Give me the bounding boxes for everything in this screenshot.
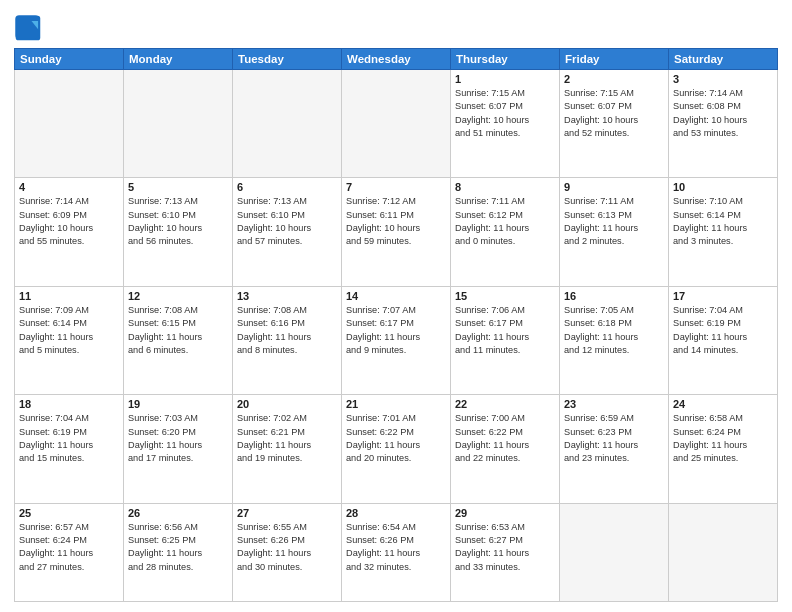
day-number: 2 [564, 73, 664, 85]
calendar-cell: 28Sunrise: 6:54 AM Sunset: 6:26 PM Dayli… [342, 503, 451, 601]
day-info: Sunrise: 7:09 AM Sunset: 6:14 PM Dayligh… [19, 304, 119, 357]
day-info: Sunrise: 7:05 AM Sunset: 6:18 PM Dayligh… [564, 304, 664, 357]
day-info: Sunrise: 6:55 AM Sunset: 6:26 PM Dayligh… [237, 521, 337, 574]
calendar-cell: 25Sunrise: 6:57 AM Sunset: 6:24 PM Dayli… [15, 503, 124, 601]
calendar-cell: 16Sunrise: 7:05 AM Sunset: 6:18 PM Dayli… [560, 286, 669, 394]
calendar-cell [233, 70, 342, 178]
calendar-header: SundayMondayTuesdayWednesdayThursdayFrid… [15, 49, 778, 70]
day-number: 1 [455, 73, 555, 85]
day-info: Sunrise: 7:01 AM Sunset: 6:22 PM Dayligh… [346, 412, 446, 465]
day-number: 8 [455, 181, 555, 193]
day-info: Sunrise: 7:06 AM Sunset: 6:17 PM Dayligh… [455, 304, 555, 357]
day-info: Sunrise: 7:03 AM Sunset: 6:20 PM Dayligh… [128, 412, 228, 465]
day-info: Sunrise: 7:11 AM Sunset: 6:12 PM Dayligh… [455, 195, 555, 248]
day-info: Sunrise: 7:04 AM Sunset: 6:19 PM Dayligh… [19, 412, 119, 465]
calendar-cell [124, 70, 233, 178]
logo-icon [14, 14, 42, 42]
calendar: SundayMondayTuesdayWednesdayThursdayFrid… [14, 48, 778, 602]
calendar-cell: 29Sunrise: 6:53 AM Sunset: 6:27 PM Dayli… [451, 503, 560, 601]
calendar-cell [342, 70, 451, 178]
day-number: 17 [673, 290, 773, 302]
week-row-4: 18Sunrise: 7:04 AM Sunset: 6:19 PM Dayli… [15, 395, 778, 503]
calendar-cell: 18Sunrise: 7:04 AM Sunset: 6:19 PM Dayli… [15, 395, 124, 503]
day-info: Sunrise: 6:53 AM Sunset: 6:27 PM Dayligh… [455, 521, 555, 574]
logo [14, 14, 46, 42]
calendar-cell: 14Sunrise: 7:07 AM Sunset: 6:17 PM Dayli… [342, 286, 451, 394]
day-info: Sunrise: 6:54 AM Sunset: 6:26 PM Dayligh… [346, 521, 446, 574]
day-info: Sunrise: 7:13 AM Sunset: 6:10 PM Dayligh… [128, 195, 228, 248]
day-number: 23 [564, 398, 664, 410]
calendar-cell [669, 503, 778, 601]
week-row-5: 25Sunrise: 6:57 AM Sunset: 6:24 PM Dayli… [15, 503, 778, 601]
day-info: Sunrise: 7:13 AM Sunset: 6:10 PM Dayligh… [237, 195, 337, 248]
day-number: 22 [455, 398, 555, 410]
calendar-cell [15, 70, 124, 178]
day-info: Sunrise: 7:08 AM Sunset: 6:16 PM Dayligh… [237, 304, 337, 357]
day-info: Sunrise: 6:56 AM Sunset: 6:25 PM Dayligh… [128, 521, 228, 574]
day-number: 29 [455, 507, 555, 519]
calendar-cell: 27Sunrise: 6:55 AM Sunset: 6:26 PM Dayli… [233, 503, 342, 601]
day-info: Sunrise: 7:11 AM Sunset: 6:13 PM Dayligh… [564, 195, 664, 248]
calendar-cell: 13Sunrise: 7:08 AM Sunset: 6:16 PM Dayli… [233, 286, 342, 394]
day-number: 12 [128, 290, 228, 302]
day-number: 24 [673, 398, 773, 410]
weekday-header-thursday: Thursday [451, 49, 560, 70]
calendar-cell: 12Sunrise: 7:08 AM Sunset: 6:15 PM Dayli… [124, 286, 233, 394]
calendar-cell: 23Sunrise: 6:59 AM Sunset: 6:23 PM Dayli… [560, 395, 669, 503]
weekday-header-tuesday: Tuesday [233, 49, 342, 70]
weekday-header-saturday: Saturday [669, 49, 778, 70]
day-number: 6 [237, 181, 337, 193]
calendar-cell: 21Sunrise: 7:01 AM Sunset: 6:22 PM Dayli… [342, 395, 451, 503]
calendar-cell: 9Sunrise: 7:11 AM Sunset: 6:13 PM Daylig… [560, 178, 669, 286]
weekday-header-monday: Monday [124, 49, 233, 70]
svg-rect-0 [16, 16, 41, 41]
calendar-cell: 7Sunrise: 7:12 AM Sunset: 6:11 PM Daylig… [342, 178, 451, 286]
day-number: 4 [19, 181, 119, 193]
day-number: 20 [237, 398, 337, 410]
calendar-cell: 22Sunrise: 7:00 AM Sunset: 6:22 PM Dayli… [451, 395, 560, 503]
day-info: Sunrise: 7:08 AM Sunset: 6:15 PM Dayligh… [128, 304, 228, 357]
calendar-cell: 10Sunrise: 7:10 AM Sunset: 6:14 PM Dayli… [669, 178, 778, 286]
day-info: Sunrise: 7:14 AM Sunset: 6:09 PM Dayligh… [19, 195, 119, 248]
header [14, 10, 778, 42]
day-number: 3 [673, 73, 773, 85]
day-info: Sunrise: 7:15 AM Sunset: 6:07 PM Dayligh… [455, 87, 555, 140]
calendar-cell: 5Sunrise: 7:13 AM Sunset: 6:10 PM Daylig… [124, 178, 233, 286]
day-info: Sunrise: 7:14 AM Sunset: 6:08 PM Dayligh… [673, 87, 773, 140]
calendar-cell: 20Sunrise: 7:02 AM Sunset: 6:21 PM Dayli… [233, 395, 342, 503]
calendar-cell: 1Sunrise: 7:15 AM Sunset: 6:07 PM Daylig… [451, 70, 560, 178]
calendar-cell: 24Sunrise: 6:58 AM Sunset: 6:24 PM Dayli… [669, 395, 778, 503]
calendar-cell: 15Sunrise: 7:06 AM Sunset: 6:17 PM Dayli… [451, 286, 560, 394]
day-info: Sunrise: 7:15 AM Sunset: 6:07 PM Dayligh… [564, 87, 664, 140]
day-number: 9 [564, 181, 664, 193]
day-info: Sunrise: 7:10 AM Sunset: 6:14 PM Dayligh… [673, 195, 773, 248]
day-info: Sunrise: 7:04 AM Sunset: 6:19 PM Dayligh… [673, 304, 773, 357]
calendar-cell: 11Sunrise: 7:09 AM Sunset: 6:14 PM Dayli… [15, 286, 124, 394]
day-info: Sunrise: 7:07 AM Sunset: 6:17 PM Dayligh… [346, 304, 446, 357]
weekday-header-friday: Friday [560, 49, 669, 70]
day-number: 14 [346, 290, 446, 302]
day-number: 18 [19, 398, 119, 410]
day-info: Sunrise: 7:12 AM Sunset: 6:11 PM Dayligh… [346, 195, 446, 248]
day-number: 27 [237, 507, 337, 519]
day-info: Sunrise: 6:59 AM Sunset: 6:23 PM Dayligh… [564, 412, 664, 465]
day-info: Sunrise: 6:57 AM Sunset: 6:24 PM Dayligh… [19, 521, 119, 574]
day-number: 7 [346, 181, 446, 193]
calendar-cell: 4Sunrise: 7:14 AM Sunset: 6:09 PM Daylig… [15, 178, 124, 286]
day-info: Sunrise: 6:58 AM Sunset: 6:24 PM Dayligh… [673, 412, 773, 465]
day-number: 5 [128, 181, 228, 193]
day-number: 10 [673, 181, 773, 193]
day-number: 19 [128, 398, 228, 410]
week-row-3: 11Sunrise: 7:09 AM Sunset: 6:14 PM Dayli… [15, 286, 778, 394]
weekday-header-wednesday: Wednesday [342, 49, 451, 70]
calendar-cell [560, 503, 669, 601]
calendar-cell: 6Sunrise: 7:13 AM Sunset: 6:10 PM Daylig… [233, 178, 342, 286]
day-number: 11 [19, 290, 119, 302]
calendar-cell: 19Sunrise: 7:03 AM Sunset: 6:20 PM Dayli… [124, 395, 233, 503]
day-number: 13 [237, 290, 337, 302]
page: SundayMondayTuesdayWednesdayThursdayFrid… [0, 0, 792, 612]
calendar-cell: 26Sunrise: 6:56 AM Sunset: 6:25 PM Dayli… [124, 503, 233, 601]
day-info: Sunrise: 7:00 AM Sunset: 6:22 PM Dayligh… [455, 412, 555, 465]
day-number: 28 [346, 507, 446, 519]
week-row-2: 4Sunrise: 7:14 AM Sunset: 6:09 PM Daylig… [15, 178, 778, 286]
